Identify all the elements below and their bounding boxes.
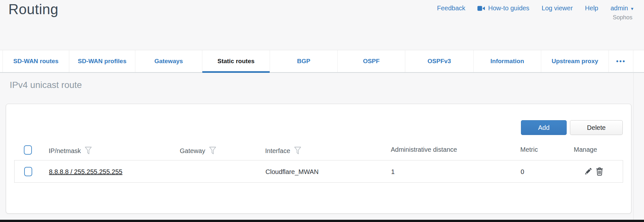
more-tabs-button[interactable]: ••• xyxy=(609,50,633,72)
log-viewer-link[interactable]: Log viewer xyxy=(542,5,573,12)
admin-distance-value: 1 xyxy=(391,168,395,176)
column-manage: Manage xyxy=(574,146,597,153)
column-ip-netmask: IP/netmask xyxy=(49,146,92,156)
table-row: 8.8.8.8 / 255.255.255.255 Cloudflare_MWA… xyxy=(14,160,623,183)
tab-gateways[interactable]: Gateways xyxy=(135,50,202,72)
delete-trash-icon[interactable] xyxy=(595,167,604,176)
tab-information[interactable]: Information xyxy=(474,50,541,72)
add-button[interactable]: Add xyxy=(521,120,567,135)
tab-bgp[interactable]: BGP xyxy=(270,50,338,72)
user-name: admin xyxy=(610,5,628,12)
brand-label: Sophos xyxy=(613,14,632,21)
static-routes-card: Add Delete IP/netmask Gateway Interface xyxy=(6,104,631,214)
ellipsis-icon: ••• xyxy=(616,58,626,65)
active-tab-underline xyxy=(202,71,270,73)
howto-guides-label: How-to guides xyxy=(488,5,529,12)
column-metric: Metric xyxy=(520,146,538,153)
tab-static-routes[interactable]: Static routes xyxy=(202,50,270,72)
manage-actions xyxy=(583,167,604,176)
table-header: IP/netmask Gateway Interface Administrat… xyxy=(6,141,631,158)
video-camera-icon xyxy=(477,5,485,11)
tab-ospf[interactable]: OSPF xyxy=(338,50,405,72)
column-gateway: Gateway xyxy=(180,146,216,156)
tab-ospfv3[interactable]: OSPFv3 xyxy=(405,50,474,72)
delete-button[interactable]: Delete xyxy=(570,120,623,135)
select-all-checkbox[interactable] xyxy=(24,145,32,155)
bottom-bar xyxy=(0,220,644,222)
route-link[interactable]: 8.8.8.8 / 255.255.255.255 xyxy=(49,168,122,176)
howto-guides-link[interactable]: How-to guides xyxy=(477,5,529,12)
column-interface: Interface xyxy=(265,146,301,156)
interface-value: Cloudflare_MWAN xyxy=(265,168,319,176)
tab-sdwan-routes[interactable]: SD-WAN routes xyxy=(3,50,69,72)
routing-page: Routing Feedback How-to guides Log viewe… xyxy=(0,0,644,222)
filter-icon[interactable] xyxy=(209,147,216,157)
metric-value: 0 xyxy=(521,168,524,176)
feedback-link[interactable]: Feedback xyxy=(437,5,465,12)
user-menu[interactable]: admin ▾ xyxy=(610,5,633,12)
tab-upstream-proxy[interactable]: Upstream proxy xyxy=(541,50,609,72)
row-checkbox[interactable] xyxy=(24,167,32,176)
edit-pencil-icon[interactable] xyxy=(583,167,592,176)
header-links: Feedback How-to guides Log viewer Help a… xyxy=(437,5,633,12)
help-link[interactable]: Help xyxy=(585,5,598,12)
page-title: Routing xyxy=(8,1,58,17)
section-title: IPv4 unicast route xyxy=(10,80,82,90)
tab-bar: SD-WAN routes SD-WAN profiles Gateways S… xyxy=(0,50,644,73)
tab-sdwan-profiles[interactable]: SD-WAN profiles xyxy=(69,50,135,72)
column-admin-distance: Administrative distance xyxy=(391,146,457,153)
scrollbar-gutter xyxy=(633,72,634,220)
filter-icon[interactable] xyxy=(85,147,92,157)
filter-icon[interactable] xyxy=(294,147,301,157)
chevron-down-icon: ▾ xyxy=(631,6,633,11)
